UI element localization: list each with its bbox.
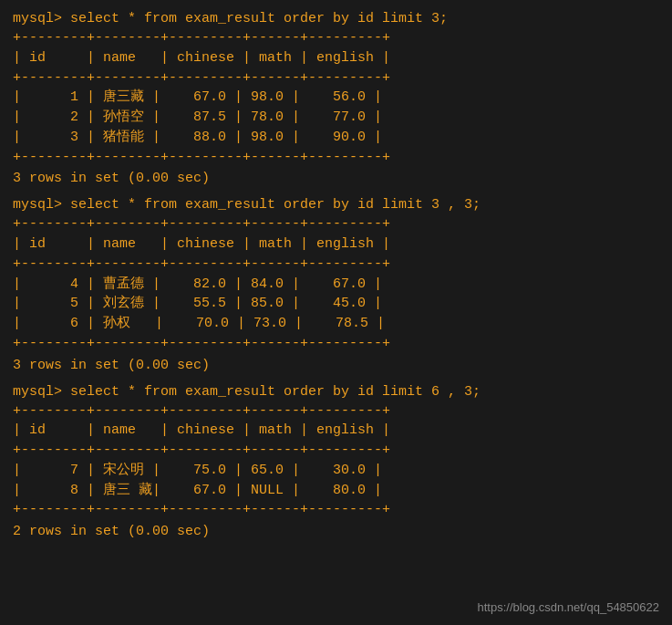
result-line-1: 3 rows in set (0.00 sec) — [13, 171, 659, 186]
section-2: mysql> select * from exam_result order b… — [13, 197, 659, 372]
result-line-3: 2 rows in set (0.00 sec) — [13, 524, 659, 539]
table-block-2: +--------+--------+---------+------+----… — [13, 214, 659, 353]
table-block-3: +--------+--------+---------+------+----… — [13, 401, 659, 521]
section-1: mysql> select * from exam_result order b… — [13, 11, 659, 186]
result-line-2: 3 rows in set (0.00 sec) — [13, 358, 659, 373]
section-3: mysql> select * from exam_result order b… — [13, 384, 659, 540]
query-line-1: mysql> select * from exam_result order b… — [13, 11, 659, 26]
query-line-3: mysql> select * from exam_result order b… — [13, 384, 659, 400]
query-line-2: mysql> select * from exam_result order b… — [13, 197, 659, 213]
table-block-1: +--------+--------+---------+------+----… — [13, 28, 659, 167]
watermark: https://blog.csdn.net/qq_54850622 — [478, 600, 660, 614]
